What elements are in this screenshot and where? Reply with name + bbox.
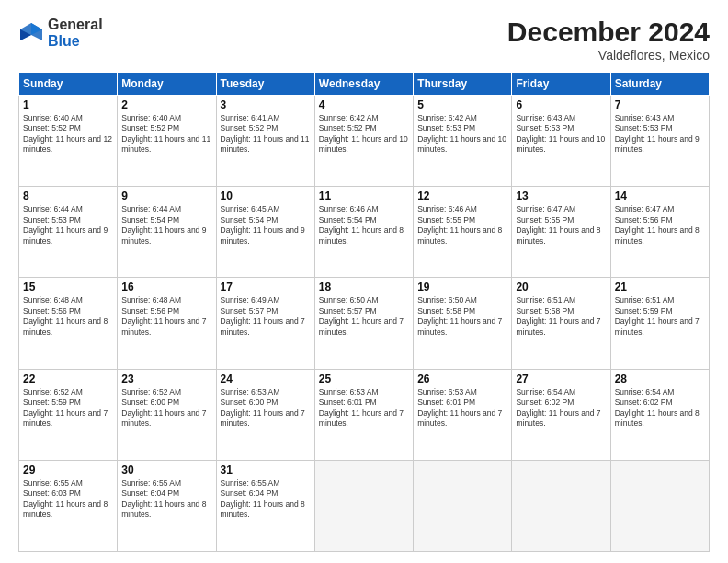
day-info: Sunrise: 6:45 AM Sunset: 5:54 PM Dayligh…	[221, 204, 311, 247]
header-monday: Monday	[118, 73, 216, 96]
table-row: 1 Sunrise: 6:40 AM Sunset: 5:52 PM Dayli…	[19, 96, 118, 187]
calendar-row: 22 Sunrise: 6:52 AM Sunset: 5:59 PM Dayl…	[19, 369, 710, 460]
table-row: 28 Sunrise: 6:54 AM Sunset: 6:02 PM Dayl…	[610, 369, 709, 460]
table-row	[314, 460, 413, 551]
location: Valdeflores, Mexico	[507, 48, 710, 63]
calendar-row: 8 Sunrise: 6:44 AM Sunset: 5:53 PM Dayli…	[19, 187, 710, 278]
day-info: Sunrise: 6:51 AM Sunset: 5:59 PM Dayligh…	[615, 295, 705, 338]
table-row: 29 Sunrise: 6:55 AM Sunset: 6:03 PM Dayl…	[19, 460, 118, 551]
table-row	[610, 460, 709, 551]
day-number: 26	[417, 373, 507, 385]
day-number: 20	[516, 281, 606, 293]
table-row: 19 Sunrise: 6:50 AM Sunset: 5:58 PM Dayl…	[414, 278, 512, 369]
table-row: 30 Sunrise: 6:55 AM Sunset: 6:04 PM Dayl…	[118, 460, 216, 551]
table-row: 22 Sunrise: 6:52 AM Sunset: 5:59 PM Dayl…	[19, 369, 118, 460]
day-info: Sunrise: 6:40 AM Sunset: 5:52 PM Dayligh…	[23, 113, 113, 155]
day-number: 19	[417, 281, 507, 293]
day-number: 17	[221, 281, 311, 293]
month-title: December 2024	[507, 17, 710, 48]
day-info: Sunrise: 6:47 AM Sunset: 5:56 PM Dayligh…	[615, 204, 705, 247]
day-info: Sunrise: 6:46 AM Sunset: 5:54 PM Dayligh…	[319, 204, 409, 247]
day-number: 27	[516, 373, 606, 385]
day-number: 12	[417, 190, 507, 202]
day-info: Sunrise: 6:40 AM Sunset: 5:52 PM Dayligh…	[121, 113, 211, 155]
day-number: 3	[221, 98, 311, 111]
table-row	[414, 460, 512, 551]
calendar-row: 1 Sunrise: 6:40 AM Sunset: 5:52 PM Dayli…	[19, 96, 710, 187]
table-row: 8 Sunrise: 6:44 AM Sunset: 5:53 PM Dayli…	[19, 187, 118, 278]
day-number: 10	[221, 190, 311, 202]
day-info: Sunrise: 6:53 AM Sunset: 6:00 PM Dayligh…	[221, 387, 311, 430]
day-info: Sunrise: 6:41 AM Sunset: 5:52 PM Dayligh…	[221, 113, 311, 155]
day-number: 9	[121, 190, 211, 202]
table-row: 18 Sunrise: 6:50 AM Sunset: 5:57 PM Dayl…	[314, 278, 413, 369]
table-row: 26 Sunrise: 6:53 AM Sunset: 6:01 PM Dayl…	[414, 369, 512, 460]
day-info: Sunrise: 6:42 AM Sunset: 5:53 PM Dayligh…	[417, 113, 507, 155]
page: General Blue December 2024 Valdeflores, …	[0, 0, 728, 563]
day-info: Sunrise: 6:48 AM Sunset: 5:56 PM Dayligh…	[23, 295, 113, 338]
day-info: Sunrise: 6:46 AM Sunset: 5:55 PM Dayligh…	[417, 204, 507, 247]
logo-text: General Blue	[48, 17, 103, 49]
day-info: Sunrise: 6:43 AM Sunset: 5:53 PM Dayligh…	[615, 113, 705, 155]
day-info: Sunrise: 6:55 AM Sunset: 6:04 PM Dayligh…	[121, 478, 211, 521]
day-info: Sunrise: 6:51 AM Sunset: 5:58 PM Dayligh…	[516, 295, 606, 338]
day-info: Sunrise: 6:55 AM Sunset: 6:03 PM Dayligh…	[23, 478, 113, 521]
table-row: 7 Sunrise: 6:43 AM Sunset: 5:53 PM Dayli…	[610, 96, 709, 187]
day-number: 16	[121, 281, 211, 293]
logo-icon	[18, 20, 44, 46]
header-thursday: Thursday	[414, 73, 512, 96]
table-row: 23 Sunrise: 6:52 AM Sunset: 6:00 PM Dayl…	[118, 369, 216, 460]
day-info: Sunrise: 6:43 AM Sunset: 5:53 PM Dayligh…	[516, 113, 606, 155]
header-saturday: Saturday	[610, 73, 709, 96]
calendar: Sunday Monday Tuesday Wednesday Thursday…	[18, 72, 710, 552]
header: General Blue December 2024 Valdeflores, …	[18, 17, 710, 63]
day-info: Sunrise: 6:52 AM Sunset: 5:59 PM Dayligh…	[23, 387, 113, 430]
day-number: 14	[615, 190, 705, 202]
day-info: Sunrise: 6:52 AM Sunset: 6:00 PM Dayligh…	[121, 387, 211, 430]
day-info: Sunrise: 6:47 AM Sunset: 5:55 PM Dayligh…	[516, 204, 606, 247]
table-row: 21 Sunrise: 6:51 AM Sunset: 5:59 PM Dayl…	[610, 278, 709, 369]
day-info: Sunrise: 6:50 AM Sunset: 5:57 PM Dayligh…	[319, 295, 409, 338]
day-info: Sunrise: 6:54 AM Sunset: 6:02 PM Dayligh…	[516, 387, 606, 430]
day-number: 8	[23, 190, 113, 202]
day-info: Sunrise: 6:53 AM Sunset: 6:01 PM Dayligh…	[319, 387, 409, 430]
calendar-row: 29 Sunrise: 6:55 AM Sunset: 6:03 PM Dayl…	[19, 460, 710, 551]
table-row: 24 Sunrise: 6:53 AM Sunset: 6:00 PM Dayl…	[216, 369, 314, 460]
day-number: 18	[319, 281, 409, 293]
day-info: Sunrise: 6:50 AM Sunset: 5:58 PM Dayligh…	[417, 295, 507, 338]
table-row: 25 Sunrise: 6:53 AM Sunset: 6:01 PM Dayl…	[314, 369, 413, 460]
day-number: 7	[615, 98, 705, 111]
logo: General Blue	[18, 17, 103, 49]
table-row: 6 Sunrise: 6:43 AM Sunset: 5:53 PM Dayli…	[512, 96, 610, 187]
table-row: 10 Sunrise: 6:45 AM Sunset: 5:54 PM Dayl…	[216, 187, 314, 278]
calendar-row: 15 Sunrise: 6:48 AM Sunset: 5:56 PM Dayl…	[19, 278, 710, 369]
day-info: Sunrise: 6:54 AM Sunset: 6:02 PM Dayligh…	[615, 387, 705, 430]
table-row: 11 Sunrise: 6:46 AM Sunset: 5:54 PM Dayl…	[314, 187, 413, 278]
header-tuesday: Tuesday	[216, 73, 314, 96]
day-number: 22	[23, 373, 113, 385]
title-block: December 2024 Valdeflores, Mexico	[507, 17, 710, 63]
day-info: Sunrise: 6:48 AM Sunset: 5:56 PM Dayligh…	[121, 295, 211, 338]
table-row: 2 Sunrise: 6:40 AM Sunset: 5:52 PM Dayli…	[118, 96, 216, 187]
day-number: 13	[516, 190, 606, 202]
table-row: 20 Sunrise: 6:51 AM Sunset: 5:58 PM Dayl…	[512, 278, 610, 369]
table-row: 9 Sunrise: 6:44 AM Sunset: 5:54 PM Dayli…	[118, 187, 216, 278]
day-number: 21	[615, 281, 705, 293]
day-number: 28	[615, 373, 705, 385]
day-info: Sunrise: 6:53 AM Sunset: 6:01 PM Dayligh…	[417, 387, 507, 430]
table-row: 3 Sunrise: 6:41 AM Sunset: 5:52 PM Dayli…	[216, 96, 314, 187]
day-number: 1	[23, 98, 113, 111]
day-number: 31	[221, 464, 311, 477]
day-number: 29	[23, 464, 113, 477]
table-row: 5 Sunrise: 6:42 AM Sunset: 5:53 PM Dayli…	[414, 96, 512, 187]
day-info: Sunrise: 6:55 AM Sunset: 6:04 PM Dayligh…	[221, 478, 311, 521]
table-row: 12 Sunrise: 6:46 AM Sunset: 5:55 PM Dayl…	[414, 187, 512, 278]
day-number: 23	[121, 373, 211, 385]
day-number: 2	[121, 98, 211, 111]
day-number: 30	[121, 464, 211, 477]
table-row: 31 Sunrise: 6:55 AM Sunset: 6:04 PM Dayl…	[216, 460, 314, 551]
day-number: 5	[417, 98, 507, 111]
logo-general: General	[48, 17, 103, 33]
day-number: 11	[319, 190, 409, 202]
day-info: Sunrise: 6:49 AM Sunset: 5:57 PM Dayligh…	[221, 295, 311, 338]
